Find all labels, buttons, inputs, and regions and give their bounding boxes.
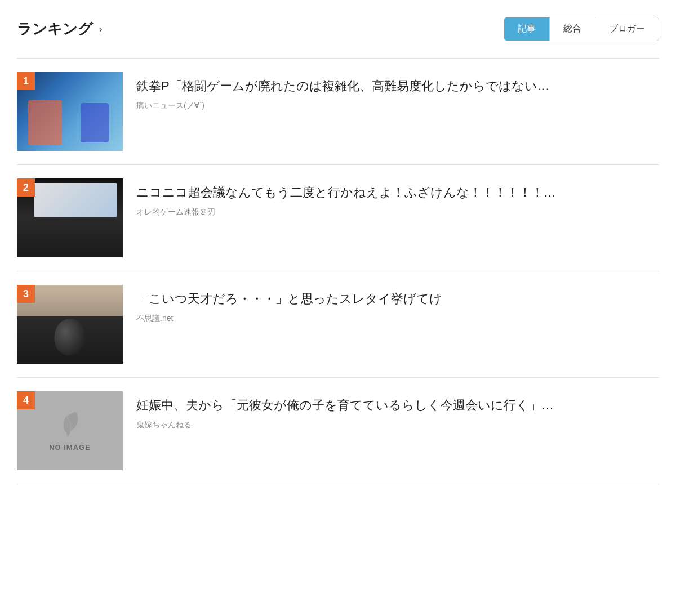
ranking-list: 1 鉄拳P「格闘ゲームが廃れたのは複雑化、高難易度化したからではない… 痛いニュ…	[17, 58, 659, 484]
rank-badge-4: 4	[17, 391, 35, 409]
rank-badge-2: 2	[17, 178, 35, 197]
article-title-4: 妊娠中、夫から「元彼女が俺の子を育てているらしく今週会いに行く」…	[136, 396, 659, 414]
article-content-4: 妊娠中、夫から「元彼女が俺の子を育てているらしく今週会いに行く」… 鬼嫁ちゃんね…	[136, 391, 659, 430]
article-source-1: 痛いニュース(ノ∀`)	[136, 101, 659, 111]
thumbnail-wrapper-4: 4 NO IMAGE	[17, 391, 123, 470]
list-item[interactable]: 3 「こいつ天才だろ・・・」と思ったスレタイ挙げてけ 不思議.net	[17, 271, 659, 378]
list-item[interactable]: 1 鉄拳P「格闘ゲームが廃れたのは複雑化、高難易度化したからではない… 痛いニュ…	[17, 58, 659, 165]
thumbnail-wrapper-1: 1	[17, 72, 123, 151]
article-title-2: ニコニコ超会議なんてもう二度と行かねえよ！ふざけんな！！！！！！…	[136, 183, 659, 202]
header: ランキング › 記事 総合 ブロガー	[17, 17, 659, 41]
list-item[interactable]: 4 NO IMAGE 妊娠中、夫から「元彼女が俺の子を育てているらしく今週会いに…	[17, 378, 659, 484]
no-image-label: NO IMAGE	[49, 443, 91, 452]
page-container: ランキング › 記事 総合 ブロガー 1 鉄拳P「格闘ゲームが廃れたのは複雑化、…	[0, 0, 676, 501]
article-source-3: 不思議.net	[136, 314, 659, 324]
article-source-4: 鬼嫁ちゃんねる	[136, 420, 659, 430]
thumbnail-wrapper-2: 2	[17, 178, 123, 257]
tab-article[interactable]: 記事	[504, 17, 549, 41]
article-source-2: オレ的ゲーム速報＠刃	[136, 207, 659, 217]
no-image-icon	[59, 410, 81, 439]
article-content-3: 「こいつ天才だろ・・・」と思ったスレタイ挙げてけ 不思議.net	[136, 285, 659, 324]
tab-blogger[interactable]: ブロガー	[595, 17, 659, 41]
rank-badge-1: 1	[17, 72, 35, 90]
page-title: ランキング	[17, 19, 93, 39]
thumbnail-wrapper-3: 3	[17, 285, 123, 364]
tab-group: 記事 総合 ブロガー	[504, 17, 659, 41]
article-title-3: 「こいつ天才だろ・・・」と思ったスレタイ挙げてけ	[136, 289, 659, 308]
article-content-2: ニコニコ超会議なんてもう二度と行かねえよ！ふざけんな！！！！！！… オレ的ゲーム…	[136, 178, 659, 217]
tab-general[interactable]: 総合	[549, 17, 595, 41]
article-content-1: 鉄拳P「格闘ゲームが廃れたのは複雑化、高難易度化したからではない… 痛いニュース…	[136, 72, 659, 111]
list-item[interactable]: 2 ニコニコ超会議なんてもう二度と行かねえよ！ふざけんな！！！！！！… オレ的ゲ…	[17, 165, 659, 271]
chevron-right-icon: ›	[99, 23, 103, 35]
article-title-1: 鉄拳P「格闘ゲームが廃れたのは複雑化、高難易度化したからではない…	[136, 77, 659, 95]
header-left: ランキング ›	[17, 19, 103, 39]
rank-badge-3: 3	[17, 285, 35, 303]
